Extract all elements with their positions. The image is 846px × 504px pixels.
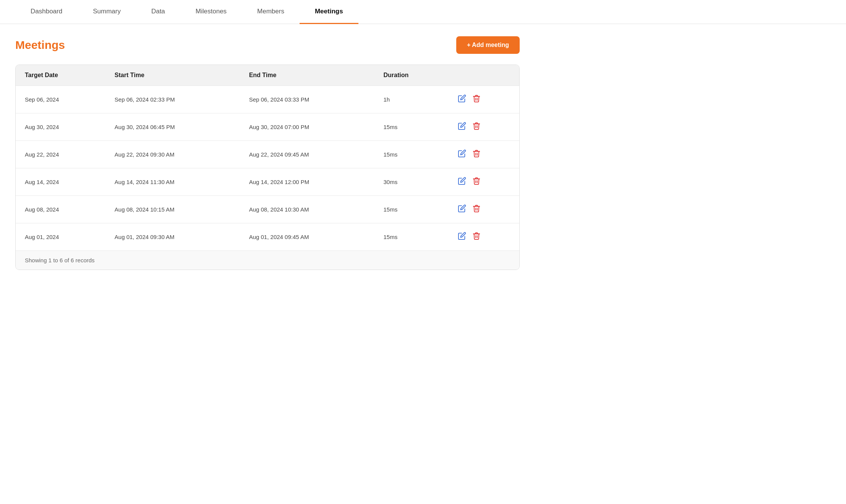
table-row: Aug 30, 2024Aug 30, 2024 06:45 PMAug 30,… [16,113,519,141]
table-row: Sep 06, 2024Sep 06, 2024 02:33 PMSep 06,… [16,86,519,113]
cell-duration: 15ms [374,113,449,141]
nav-tab-members[interactable]: Members [242,0,300,24]
cell-target-date: Sep 06, 2024 [16,86,105,113]
cell-duration: 15ms [374,223,449,251]
action-cell [458,122,510,132]
nav-tab-dashboard[interactable]: Dashboard [15,0,78,24]
cell-duration: 15ms [374,141,449,168]
cell-start-time: Aug 30, 2024 06:45 PM [105,113,240,141]
table-row: Aug 14, 2024Aug 14, 2024 11:30 AMAug 14,… [16,168,519,196]
cell-start-time: Aug 14, 2024 11:30 AM [105,168,240,196]
edit-icon[interactable] [458,232,466,242]
delete-icon[interactable] [472,122,481,132]
table-row: Aug 22, 2024Aug 22, 2024 09:30 AMAug 22,… [16,141,519,168]
cell-actions [449,196,519,223]
edit-icon[interactable] [458,204,466,215]
cell-end-time: Sep 06, 2024 03:33 PM [240,86,374,113]
cell-start-time: Sep 06, 2024 02:33 PM [105,86,240,113]
column-header-start-time: Start Time [105,65,240,86]
cell-end-time: Aug 01, 2024 09:45 AM [240,223,374,251]
cell-target-date: Aug 08, 2024 [16,196,105,223]
edit-icon[interactable] [458,149,466,160]
table-header: Target DateStart TimeEnd TimeDuration [16,65,519,86]
cell-end-time: Aug 14, 2024 12:00 PM [240,168,374,196]
cell-actions [449,141,519,168]
meetings-table: Target DateStart TimeEnd TimeDuration Se… [16,65,519,270]
action-cell [458,232,510,242]
column-header-target-date: Target Date [16,65,105,86]
pagination-info: Showing 1 to 6 of 6 records [16,251,519,270]
page-title: Meetings [15,39,65,52]
cell-start-time: Aug 01, 2024 09:30 AM [105,223,240,251]
table-footer: Showing 1 to 6 of 6 records [16,251,519,270]
delete-icon[interactable] [472,232,481,242]
table-body: Sep 06, 2024Sep 06, 2024 02:33 PMSep 06,… [16,86,519,251]
column-header-actions [449,65,519,86]
action-cell [458,177,510,187]
add-meeting-button[interactable]: + Add meeting [456,36,520,54]
edit-icon[interactable] [458,177,466,187]
edit-icon[interactable] [458,94,466,105]
cell-start-time: Aug 22, 2024 09:30 AM [105,141,240,168]
delete-icon[interactable] [472,204,481,215]
cell-actions [449,113,519,141]
cell-target-date: Aug 01, 2024 [16,223,105,251]
table-row: Aug 08, 2024Aug 08, 2024 10:15 AMAug 08,… [16,196,519,223]
nav-tab-meetings[interactable]: Meetings [300,0,358,24]
column-header-duration: Duration [374,65,449,86]
cell-end-time: Aug 22, 2024 09:45 AM [240,141,374,168]
delete-icon[interactable] [472,177,481,187]
cell-target-date: Aug 14, 2024 [16,168,105,196]
edit-icon[interactable] [458,122,466,132]
action-cell [458,204,510,215]
table-row: Aug 01, 2024Aug 01, 2024 09:30 AMAug 01,… [16,223,519,251]
cell-end-time: Aug 08, 2024 10:30 AM [240,196,374,223]
column-header-end-time: End Time [240,65,374,86]
delete-icon[interactable] [472,149,481,160]
cell-actions [449,168,519,196]
nav-tab-data[interactable]: Data [136,0,180,24]
delete-icon[interactable] [472,94,481,105]
navigation-bar: DashboardSummaryDataMilestonesMembersMee… [0,0,846,24]
cell-duration: 30ms [374,168,449,196]
nav-tab-milestones[interactable]: Milestones [180,0,242,24]
action-cell [458,94,510,105]
nav-tab-summary[interactable]: Summary [78,0,136,24]
cell-duration: 15ms [374,196,449,223]
cell-actions [449,86,519,113]
cell-duration: 1h [374,86,449,113]
cell-start-time: Aug 08, 2024 10:15 AM [105,196,240,223]
action-cell [458,149,510,160]
meetings-table-container: Target DateStart TimeEnd TimeDuration Se… [15,65,520,270]
cell-target-date: Aug 30, 2024 [16,113,105,141]
cell-end-time: Aug 30, 2024 07:00 PM [240,113,374,141]
cell-target-date: Aug 22, 2024 [16,141,105,168]
page-header: Meetings + Add meeting [15,36,520,54]
cell-actions [449,223,519,251]
